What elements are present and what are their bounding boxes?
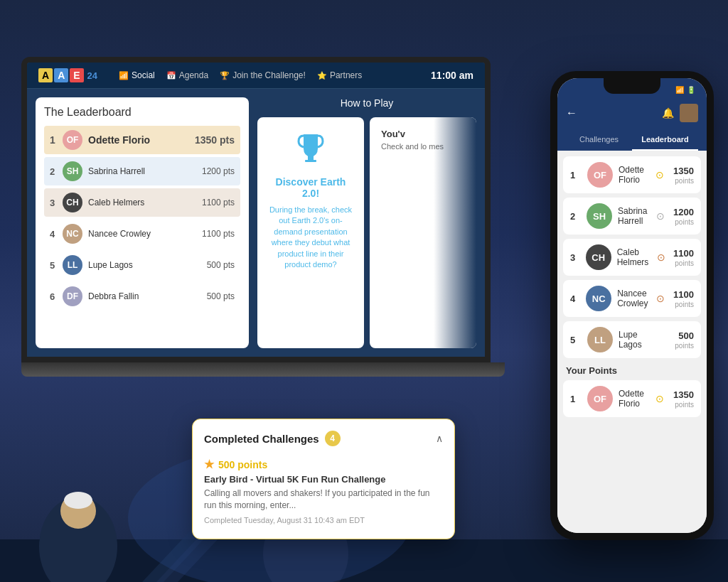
nav-agenda[interactable]: 📅 Agenda (166, 70, 208, 80)
challenge-name: Early Bird - Virtual 5K Fun Run Challeng… (204, 474, 443, 485)
phone-avatar-5: LL (587, 327, 613, 352)
phone-avatar-3: CH (586, 244, 611, 270)
bell-icon[interactable]: 🔔 (662, 107, 674, 119)
phone-body[interactable]: 1 OF Odette Florio ⊙ 1350 points 2 SH Sa… (557, 151, 707, 533)
phone-pts-4: 1100 points (673, 289, 694, 308)
how-to-play-label: How to Play (257, 97, 476, 109)
card-overlay (434, 117, 476, 348)
phone-avatar-2: SH (587, 203, 612, 229)
trophy-icon (293, 129, 328, 171)
main-challenge-card: Discover Earth 2.0! During the break, ch… (257, 117, 364, 348)
phone-device: 📶 🔋 ← 🔔 Challenges Leaderboard 1 OF (550, 71, 714, 540)
your-points-title: Your Points (566, 365, 698, 376)
user-avatar-small[interactable] (680, 104, 698, 122)
nav-partners[interactable]: ⭐ Partners (317, 70, 362, 80)
medal-silver-icon: ⊙ (653, 208, 668, 224)
popup-header: Completed Challenges 4 ∧ (204, 431, 443, 446)
logo-a2: A (54, 68, 68, 82)
laptop-base (21, 362, 505, 377)
nav-challenge[interactable]: 🏆 Join the Challenge! (220, 70, 306, 80)
lb-avatar-1: OF (63, 130, 82, 150)
popup-title: Completed Challenges 4 (204, 431, 341, 446)
phone-lb-row-5: 5 LL Lupe Lagos 500 points (563, 321, 701, 358)
social-icon: 📶 (119, 71, 129, 80)
phone-pts-5: 500 points (675, 330, 694, 350)
screen-body: The Leaderboard 1 OF Odette Florio 1350 … (27, 89, 485, 357)
star-icon: ★ (204, 458, 214, 471)
your-pts: 1350 points (673, 389, 694, 409)
svg-point-3 (64, 492, 92, 509)
screen-content: A A E 24 📶 Social 📅 Agenda 🏆 (27, 63, 485, 357)
lb-avatar-3: CH (63, 193, 82, 212)
challenge-area: How to Play (257, 97, 476, 348)
phone-frame: 📶 🔋 ← 🔔 Challenges Leaderboard 1 OF (550, 71, 714, 540)
phone-pts-2: 1200 points (673, 207, 694, 226)
phone-lb-row-3: 3 CH Caleb Helmers ⊙ 1100 points (563, 239, 701, 276)
phone-pts-3: 1100 points (673, 248, 694, 267)
lb-row-3: 3 CH Caleb Helmers 1100 pts (44, 188, 240, 217)
phone-lb-row-1: 1 OF Odette Florio ⊙ 1350 points (563, 156, 701, 193)
lb-row-2: 2 SH Sabrina Harrell 1200 pts (44, 157, 240, 185)
laptop-screen: A A E 24 📶 Social 📅 Agenda 🏆 (21, 57, 491, 362)
phone-screen: 📶 🔋 ← 🔔 Challenges Leaderboard 1 OF (557, 78, 707, 533)
partial-challenge-card: You'v Check and lo mes (370, 117, 476, 348)
lb-row-4: 4 NC Nancee Crowley 1100 pts (44, 220, 240, 248)
lb-row-1: 1 OF Odette Florio 1350 pts (44, 126, 240, 154)
lb-row-6: 6 DF Debbra Fallin 500 pts (44, 282, 240, 311)
phone-lb-row-2: 2 SH Sabrina Harrell ⊙ 1200 points (563, 198, 701, 235)
challenge-points: ★ 500 points (204, 458, 443, 471)
leaderboard-panel: The Leaderboard 1 OF Odette Florio 1350 … (36, 97, 249, 348)
your-avatar: OF (587, 386, 613, 411)
signal-icon: 📶 (675, 86, 684, 94)
your-medal-icon: ⊙ (652, 391, 668, 406)
lb-avatar-2: SH (63, 161, 82, 181)
partners-icon: ⭐ (317, 71, 327, 80)
medal-bronze-icon-3: ⊙ (654, 249, 668, 265)
your-points-row: 1 OF Odette Florio ⊙ 1350 points (563, 380, 701, 417)
svg-rect-8 (308, 156, 314, 160)
popup-completed-challenges[interactable]: Completed Challenges 4 ∧ ★ 500 points Ea… (192, 419, 455, 539)
phone-header: ← 🔔 (557, 98, 707, 129)
medal-gold-icon: ⊙ (652, 167, 668, 183)
no-medal-icon (653, 332, 669, 347)
challenge-icon: 🏆 (220, 71, 230, 80)
screen-header: A A E 24 📶 Social 📅 Agenda 🏆 (27, 63, 485, 89)
aae-logo: A A E 24 (38, 68, 97, 82)
laptop-device: A A E 24 📶 Social 📅 Agenda 🏆 (21, 57, 505, 426)
lb-row-5: 5 LL Lupe Lagos 500 pts (44, 251, 240, 279)
challenge-item: ★ 500 points Early Bird - Virtual 5K Fun… (204, 455, 443, 527)
screen-time: 11:00 am (431, 70, 473, 81)
logo-e: E (70, 68, 83, 82)
challenge-card-title: Discover Earth 2.0! (269, 176, 353, 199)
phone-lb-row-4: 4 NC Nancee Crowley ⊙ 1100 points (563, 280, 701, 317)
phone-avatar-1: OF (587, 162, 613, 188)
svg-rect-9 (305, 160, 316, 162)
lb-avatar-4: NC (63, 224, 82, 244)
tab-challenges[interactable]: Challenges (566, 129, 632, 151)
agenda-icon: 📅 (166, 71, 176, 80)
nav-social[interactable]: 📶 Social (119, 70, 155, 80)
lb-avatar-6: DF (63, 286, 82, 306)
challenge-date: Completed Tuesday, August 31 10:43 am ED… (204, 516, 443, 524)
phone-pts-1: 1350 points (673, 166, 694, 185)
back-arrow-icon[interactable]: ← (566, 107, 577, 119)
challenge-card-desc: During the break, check out Earth 2.0's … (269, 205, 353, 270)
logo-a1: A (38, 68, 53, 82)
medal-bronze-icon-4: ⊙ (654, 291, 668, 306)
leaderboard-title: The Leaderboard (44, 106, 240, 119)
lb-avatar-5: LL (63, 255, 82, 275)
logo-year: 24 (87, 70, 97, 81)
phone-tabs: Challenges Leaderboard (557, 129, 707, 151)
phone-avatar-4: NC (586, 286, 611, 311)
battery-icon: 🔋 (687, 86, 695, 94)
challenge-description: Calling all movers and shakers! If you p… (204, 487, 443, 512)
collapse-chevron-icon[interactable]: ∧ (436, 433, 443, 444)
challenge-cards: Discover Earth 2.0! During the break, ch… (257, 117, 476, 348)
screen-nav: 📶 Social 📅 Agenda 🏆 Join the Challenge! … (119, 70, 362, 80)
tab-leaderboard[interactable]: Leaderboard (632, 129, 698, 151)
challenge-count-badge: 4 (325, 431, 341, 446)
phone-notch (604, 78, 660, 94)
